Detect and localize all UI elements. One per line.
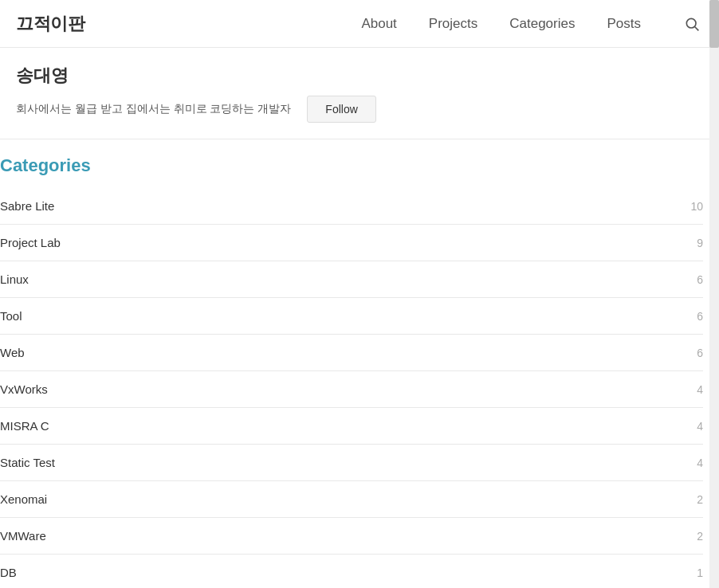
categories-section: Categories Sabre Lite10Project Lab9Linux…: [0, 139, 719, 588]
svg-line-1: [695, 26, 699, 30]
category-name: Web: [0, 346, 25, 359]
profile-section: 송대영 회사에서는 월급 받고 집에서는 취미로 코딩하는 개발자 Follow: [0, 48, 719, 139]
category-name: Sabre Lite: [0, 199, 54, 213]
nav-posts[interactable]: Posts: [607, 16, 641, 32]
category-name: Tool: [0, 309, 22, 323]
header: 끄적이판 About Projects Categories Posts: [0, 0, 719, 48]
list-item[interactable]: Sabre Lite10: [0, 188, 703, 225]
list-item[interactable]: Linux6: [0, 261, 703, 298]
category-name: VxWorks: [0, 382, 48, 396]
category-name: VMWare: [0, 529, 46, 543]
category-name: DB: [0, 566, 17, 579]
list-item[interactable]: Web6: [0, 335, 703, 371]
category-name: Xenomai: [0, 492, 47, 506]
nav-about[interactable]: About: [361, 16, 396, 32]
site-title: 끄적이판: [16, 12, 84, 36]
profile-bio: 회사에서는 월급 받고 집에서는 취미로 코딩하는 개발자: [16, 102, 291, 116]
list-item[interactable]: Xenomai2: [0, 481, 703, 518]
search-button[interactable]: [681, 13, 703, 35]
main-nav: About Projects Categories Posts: [361, 13, 703, 35]
category-count: 9: [697, 237, 703, 249]
nav-categories[interactable]: Categories: [509, 16, 575, 32]
list-item[interactable]: Tool6: [0, 298, 703, 335]
category-name: MISRA C: [0, 419, 49, 433]
svg-point-0: [686, 18, 696, 28]
categories-title: Categories: [0, 155, 703, 176]
category-count: 1: [697, 566, 703, 579]
category-count: 4: [697, 457, 703, 469]
profile-name: 송대영: [16, 64, 703, 88]
category-list: Sabre Lite10Project Lab9Linux6Tool6Web6V…: [0, 188, 703, 588]
search-icon: [684, 16, 700, 32]
category-count: 4: [697, 420, 703, 433]
category-name: Project Lab: [0, 236, 61, 249]
category-count: 2: [697, 530, 703, 543]
list-item[interactable]: MISRA C4: [0, 408, 703, 445]
scrollbar-thumb[interactable]: [709, 0, 719, 48]
category-name: Linux: [0, 272, 29, 286]
category-count: 6: [697, 347, 703, 359]
category-count: 10: [690, 200, 703, 213]
profile-bio-row: 회사에서는 월급 받고 집에서는 취미로 코딩하는 개발자 Follow: [16, 96, 703, 123]
list-item[interactable]: Static Test4: [0, 445, 703, 481]
list-item[interactable]: DB1: [0, 555, 703, 588]
category-count: 2: [697, 493, 703, 506]
list-item[interactable]: Project Lab9: [0, 225, 703, 261]
nav-projects[interactable]: Projects: [429, 16, 477, 32]
scrollbar-track[interactable]: [709, 0, 719, 588]
category-count: 6: [697, 310, 703, 323]
category-count: 4: [697, 383, 703, 396]
category-name: Static Test: [0, 456, 55, 469]
category-count: 6: [697, 273, 703, 286]
list-item[interactable]: VxWorks4: [0, 371, 703, 408]
list-item[interactable]: VMWare2: [0, 518, 703, 555]
follow-button[interactable]: Follow: [307, 96, 375, 123]
